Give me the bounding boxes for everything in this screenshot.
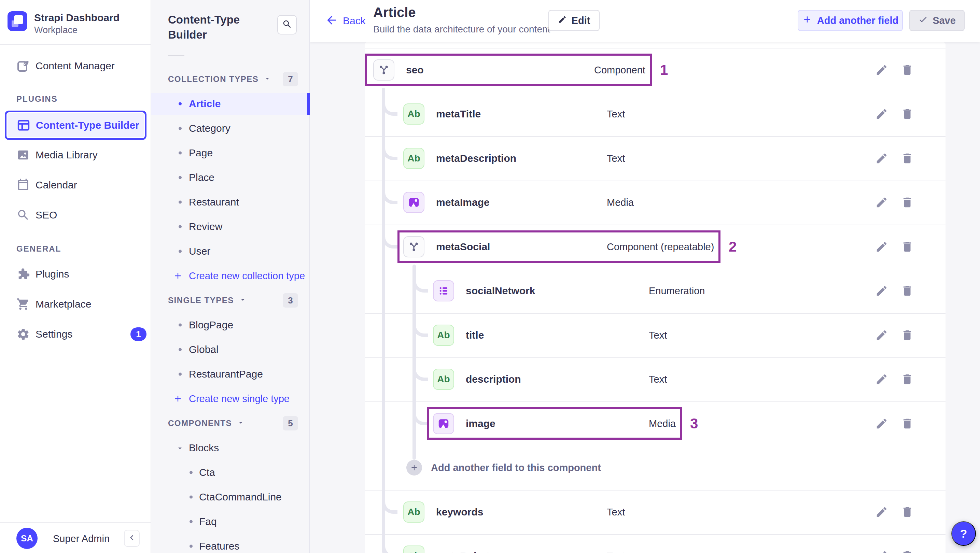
save-label: Save (932, 15, 956, 26)
subnav-item-label: Cta (199, 467, 215, 478)
sidebar-item-seo[interactable]: SEO (0, 200, 151, 230)
section-label: SINGLE TYPES (168, 296, 234, 305)
add-another-field-button[interactable]: Add another field (798, 10, 903, 31)
delete-field-button[interactable] (900, 195, 915, 210)
delete-field-button[interactable] (900, 548, 915, 553)
delete-field-button[interactable] (900, 372, 915, 387)
sidebar-item-plugins[interactable]: Plugins (0, 259, 151, 289)
sidebar-item-content-type-builder[interactable]: Content-Type Builder (5, 111, 146, 140)
edit-field-button[interactable] (874, 151, 889, 166)
sidebar-item-calendar[interactable]: Calendar (0, 170, 151, 200)
page-header: Back Article Build the data architecture… (310, 0, 980, 42)
sidebar-item-marketplace[interactable]: Marketplace (0, 289, 151, 319)
field-row-metaImage: metaImageMedia (365, 181, 945, 225)
subnav-item-label: Page (189, 147, 213, 159)
text-icon: Ab (403, 545, 425, 553)
bullet-icon (178, 201, 182, 204)
sidebar-section-plugins: PLUGINS (16, 94, 58, 104)
sidebar-item-label: Content Manager (35, 60, 115, 72)
search-icon (282, 19, 292, 30)
field-type: Text (607, 551, 625, 553)
section-count-badge: 3 (283, 293, 298, 308)
subnav-item-global[interactable]: Global (151, 337, 310, 362)
subnav-divider (168, 55, 185, 56)
create-link-label: Create new collection type (189, 270, 305, 281)
field-name: title (466, 329, 484, 341)
user-name[interactable]: Super Admin (53, 533, 110, 545)
bullet-icon (178, 373, 182, 376)
edit-field-button[interactable] (874, 283, 889, 298)
sidebar-item-content-manager[interactable]: Content Manager (0, 51, 151, 81)
delete-field-button[interactable] (900, 328, 915, 343)
plus-icon (802, 14, 812, 27)
avatar[interactable]: SA (16, 528, 38, 549)
subnav-section-collection-types[interactable]: COLLECTION TYPES7 (151, 67, 310, 92)
text-icon: Ab (403, 148, 425, 169)
section-label: COMPONENTS (168, 418, 232, 428)
delete-field-button[interactable] (900, 505, 915, 520)
workspace-switcher[interactable]: Strapi Dashboard Workplace (8, 11, 144, 32)
add-field-label[interactable]: Add another field to this component (431, 462, 601, 474)
sidebar-item-settings[interactable]: Settings1 (0, 319, 151, 349)
question-icon: ? (960, 527, 967, 540)
page-title: Article (373, 5, 416, 20)
edit-field-button[interactable] (874, 239, 889, 254)
field-row-description: AbdescriptionText (365, 358, 945, 402)
edit-field-button[interactable] (874, 328, 889, 343)
content-area: seoComponent1AbmetaTitleTextAbmetaDescri… (310, 42, 980, 553)
delete-field-button[interactable] (900, 239, 915, 254)
edit-field-button[interactable] (874, 62, 889, 78)
plus-icon (173, 271, 183, 281)
check-icon (918, 15, 928, 27)
subnav-item-blogpage[interactable]: BlogPage (151, 313, 310, 337)
subnav-item-place[interactable]: Place (151, 165, 310, 190)
collapse-sidebar-button[interactable] (124, 530, 140, 547)
delete-field-button[interactable] (900, 151, 915, 166)
create-link-create-new-single-type[interactable]: Create new single type (151, 386, 310, 411)
field-name: metaDescription (436, 153, 516, 164)
subnav-item-user[interactable]: User (151, 239, 310, 264)
create-link-create-new-collection-type[interactable]: Create new collection type (151, 264, 310, 288)
subnav-item-review[interactable]: Review (151, 215, 310, 239)
search-button[interactable] (277, 15, 297, 35)
edit-field-button[interactable] (874, 372, 889, 387)
add-field-to-component-row: Add another field to this component (365, 446, 945, 490)
edit-field-button[interactable] (874, 548, 889, 553)
delete-field-button[interactable] (900, 62, 915, 78)
delete-field-button[interactable] (900, 283, 915, 298)
back-link[interactable]: Back (325, 14, 366, 28)
sidebar-item-media-library[interactable]: Media Library (0, 140, 151, 170)
annotation-box-2 (398, 230, 721, 263)
subnav-item-features[interactable]: Features (151, 534, 310, 553)
help-button[interactable]: ? (951, 521, 976, 546)
delete-field-button[interactable] (900, 416, 915, 431)
edit-button[interactable]: Edit (548, 10, 600, 31)
subnav-item-restaurantpage[interactable]: RestaurantPage (151, 362, 310, 386)
subnav-section-components[interactable]: COMPONENTS5 (151, 411, 310, 435)
subnav-item-category[interactable]: Category (151, 116, 310, 141)
edit-field-button[interactable] (874, 416, 889, 431)
delete-field-button[interactable] (900, 106, 915, 122)
field-name: metaTitle (436, 108, 481, 120)
chevron-down-icon (176, 444, 183, 451)
field-name: socialNetwork (466, 285, 535, 297)
subnav-item-ctacommandline[interactable]: CtaCommandLine (151, 485, 310, 509)
edit-field-button[interactable] (874, 505, 889, 520)
field-name: metaRobots (436, 550, 495, 553)
chevron-down-icon (263, 75, 272, 84)
edit-field-button[interactable] (874, 195, 889, 210)
subnav-item-article[interactable]: Article (151, 92, 310, 116)
subnav-section-single-types[interactable]: SINGLE TYPES3 (151, 288, 310, 313)
edit-field-button[interactable] (874, 106, 889, 122)
component-group-blocks[interactable]: Blocks (151, 435, 310, 460)
subnav-item-cta[interactable]: Cta (151, 460, 310, 485)
subnav-item-label: BlogPage (189, 319, 233, 331)
subnav-item-page[interactable]: Page (151, 141, 310, 165)
enumeration-icon (433, 280, 454, 302)
add-field-button[interactable] (406, 460, 422, 475)
subnav-title: Content-Type Builder (168, 12, 281, 42)
add-field-label: Add another field (817, 15, 898, 26)
subnav-item-restaurant[interactable]: Restaurant (151, 190, 310, 215)
save-button[interactable]: Save (909, 10, 965, 31)
subnav-item-faq[interactable]: Faq (151, 509, 310, 534)
